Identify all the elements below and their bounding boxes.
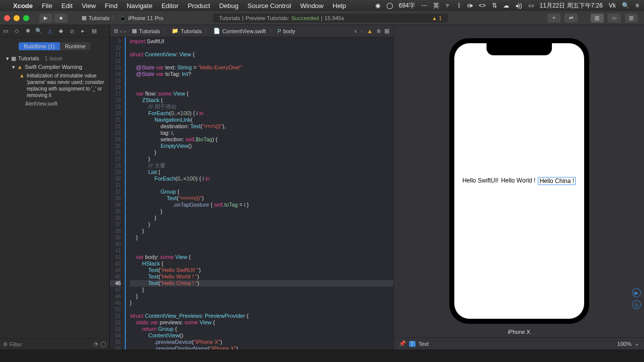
line-gutter[interactable]: 9101112131415161718192021222324252627282…	[110, 37, 126, 349]
project-icon: ▦	[11, 55, 16, 62]
navigator-filter[interactable]: ⊕ Filter ◔ ◯	[0, 338, 109, 349]
menu-source-control[interactable]: Source Control	[248, 2, 291, 10]
nav-issue-icon[interactable]: △	[46, 28, 53, 35]
debug-panel-button[interactable]: ▭	[608, 14, 621, 23]
window-minimize-button[interactable]	[14, 15, 20, 21]
preview-play-button[interactable]: ▶	[632, 288, 641, 297]
status-warn-icon[interactable]: ▲ 1	[346, 15, 442, 21]
seg-runtime[interactable]: Runtime	[60, 42, 91, 50]
editor-layout-icon[interactable]: ≡	[377, 28, 380, 35]
editor-options-icon[interactable]: ▲	[367, 28, 373, 35]
status-state: Succeeded	[291, 15, 319, 21]
window-zoom-button[interactable]	[23, 15, 29, 21]
jb-symbol-icon: P	[278, 28, 281, 34]
jump-bar[interactable]: ⊞ ‹ › ▦ Tutorials 〉 📁 Tutorials 〉 📄 Cont…	[110, 25, 393, 37]
status-bluetooth-icon[interactable]: ᛒ	[457, 2, 461, 9]
status-cloud-icon[interactable]: ☁	[503, 2, 509, 9]
menu-edit[interactable]: Edit	[61, 2, 72, 10]
footer-type-icon: T	[409, 341, 416, 347]
canvas-area: Hello SwiftUI! Hello World ! Hello China…	[393, 25, 644, 349]
issue-project-row[interactable]: ▾ ▦ Tutorials 1 issue	[0, 54, 109, 63]
warn-icon: ▲	[19, 72, 25, 78]
nav-test-icon[interactable]: ◆	[57, 28, 64, 35]
nav-report-icon[interactable]: ▤	[91, 28, 98, 35]
nav-debug-icon[interactable]: ⎚	[68, 28, 75, 35]
disclosure-icon: ▾	[6, 55, 9, 62]
issue-navigator: Buildtime (1) Runtime ▾ ▦ Tutorials 1 is…	[0, 37, 109, 338]
seg-buildtime[interactable]: Buildtime (1)	[19, 42, 60, 50]
inspector-panel-button[interactable]: ▥	[625, 14, 638, 23]
jb-file[interactable]: ContentView.swift	[222, 28, 266, 34]
menu-help[interactable]: Help	[333, 2, 346, 10]
jb-folder[interactable]: Tutorials	[181, 28, 202, 34]
status-stats[interactable]: 694字	[399, 2, 415, 10]
menu-view[interactable]: View	[82, 2, 96, 10]
filter-clock-icon[interactable]: ◔	[93, 341, 98, 347]
status-sync-icon[interactable]: ◯	[386, 2, 393, 9]
scheme-icon: ▦	[82, 15, 87, 21]
status-code-icon[interactable]: <>	[479, 2, 486, 9]
pin-icon[interactable]: 📌	[399, 340, 406, 347]
forward-icon[interactable]: ›	[124, 28, 126, 34]
issue-group-row[interactable]: ▾ ▲ Swift Compiler Warning	[0, 63, 109, 71]
jb-nav-back-icon[interactable]: ‹	[355, 28, 357, 35]
nav-project-icon[interactable]: ▭	[2, 28, 9, 35]
status-updown-icon[interactable]: ⇅	[492, 2, 497, 9]
preview-text-1[interactable]: Hello SwiftUI!	[462, 177, 499, 185]
preview-text-2[interactable]: Hello World !	[501, 177, 535, 185]
menubar: Xcode File Edit View Find Navigate Edito…	[0, 0, 644, 11]
jb-project[interactable]: Tutorials	[139, 28, 160, 34]
zoom-level[interactable]: 100%	[617, 341, 631, 347]
source-editor[interactable]: import SwiftUIstruct ContentView: View {…	[126, 37, 393, 349]
filter-scope-icon[interactable]: ◯	[100, 341, 106, 347]
status-sound-icon[interactable]: ◂))	[515, 2, 522, 9]
menu-debug[interactable]: Debug	[219, 2, 238, 10]
related-icon[interactable]: ⊞	[114, 28, 118, 34]
menu-product[interactable]: Product	[188, 2, 210, 10]
status-time: 15.945s	[325, 15, 344, 21]
activity-viewer: Tutorials | Preview Tutorials: Succeeded…	[213, 14, 448, 23]
menu-navigate[interactable]: Navigate	[127, 2, 152, 10]
status-wechat-icon[interactable]: ⋯	[421, 2, 427, 9]
status-search-icon[interactable]: 🔍	[622, 2, 629, 9]
nav-find-icon[interactable]: 🔍	[35, 28, 42, 35]
status-tray-icon[interactable]: ▭	[528, 2, 534, 9]
jb-nav-fwd-icon[interactable]: ›	[361, 28, 363, 35]
status-record-icon[interactable]: ◉	[375, 2, 380, 9]
status-mode: Preview Tutorials:	[246, 15, 289, 21]
nav-breakpoint-icon[interactable]: ▸	[79, 28, 87, 35]
editor-add-icon[interactable]: ⊞	[384, 28, 389, 35]
menu-window[interactable]: Window	[300, 2, 324, 10]
library-button[interactable]: +	[547, 14, 560, 23]
menu-editor[interactable]: Editor	[162, 2, 179, 10]
menu-file[interactable]: File	[42, 2, 52, 10]
status-wifi-icon[interactable]: ᯤ	[445, 2, 451, 9]
code-review-button[interactable]: ⇄	[565, 14, 578, 23]
preview-inspect-button[interactable]: ◎	[632, 300, 641, 309]
window-close-button[interactable]	[4, 15, 10, 21]
scheme-name: Tutorials	[89, 15, 110, 21]
preview-text-3-selected[interactable]: Hello China !	[538, 177, 576, 185]
run-button[interactable]: ▶	[39, 14, 52, 23]
nav-source-icon[interactable]: ◇	[13, 28, 20, 35]
jb-symbol[interactable]: body	[283, 28, 295, 34]
back-icon[interactable]: ‹	[120, 28, 122, 34]
disclosure-icon: ▾	[12, 64, 15, 70]
warn-icon: ▲	[17, 64, 23, 70]
device-label: iPhone X	[508, 329, 530, 335]
status-account[interactable]: Vk	[609, 2, 616, 9]
menu-find[interactable]: Find	[105, 2, 117, 10]
issue-item-row[interactable]: ▲ Initialization of immutable value 'par…	[0, 71, 109, 100]
status-notif-icon[interactable]: ≡	[635, 2, 639, 9]
jb-project-icon: ▦	[132, 28, 137, 34]
zoom-dropdown-icon[interactable]: ⌄	[634, 340, 639, 347]
menu-xcode[interactable]: Xcode	[13, 2, 33, 10]
issue-file-row[interactable]: AlertView.swift	[0, 100, 109, 108]
device-frame: Hello SwiftUI! Hello World ! Hello China…	[449, 38, 589, 324]
status-ime[interactable]: 英	[433, 2, 439, 10]
scheme-selector[interactable]: ▦ Tutorials 〉 📱 iPhone 11 Pro	[82, 14, 164, 22]
nav-panel-button[interactable]: ▥	[591, 14, 604, 23]
nav-symbol-icon[interactable]: ✱	[24, 28, 31, 35]
stop-button[interactable]: ■	[54, 14, 67, 23]
status-vol-icon[interactable]: 🕪	[467, 2, 473, 9]
